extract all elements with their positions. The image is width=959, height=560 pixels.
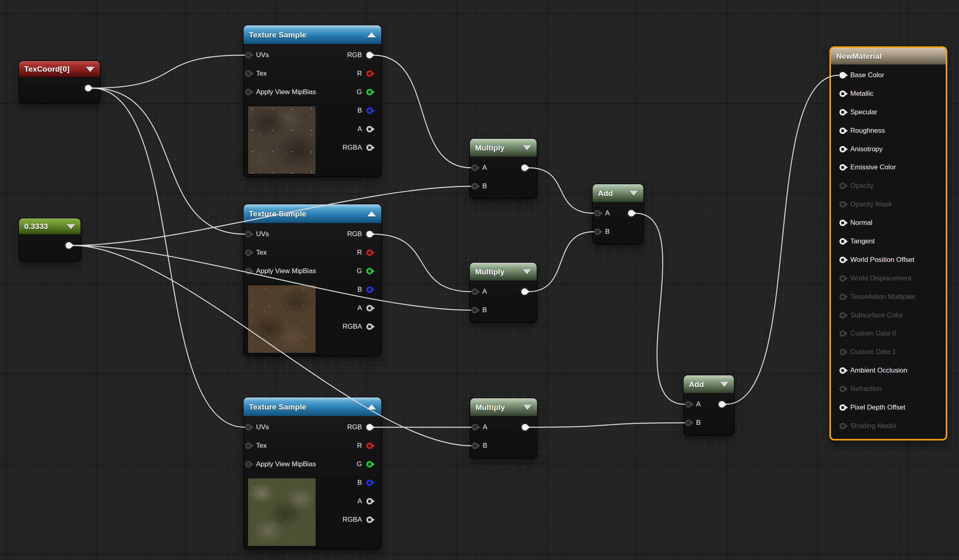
input-uvs-pin[interactable] xyxy=(245,424,252,430)
wire-mul2.out-to-add1.b[interactable] xyxy=(528,232,594,292)
material-pixel-depth-offset-pin[interactable] xyxy=(839,404,846,411)
collapse-icon[interactable] xyxy=(367,404,376,410)
output-pin[interactable] xyxy=(628,210,635,216)
input-uvs-pin[interactable] xyxy=(245,52,252,58)
node-header[interactable]: 0.3333 xyxy=(19,218,81,235)
wire-ts1.rgb-to-mul1.a[interactable] xyxy=(373,55,471,168)
input-uvs-pin[interactable] xyxy=(245,231,252,237)
input-b-pin[interactable] xyxy=(471,183,478,189)
node-header[interactable]: TexCoord[0] xyxy=(19,61,100,77)
wire-mul3.out-to-add2.b[interactable] xyxy=(529,423,685,427)
material-world-displacement-pin[interactable] xyxy=(839,275,846,282)
output-b-pin[interactable] xyxy=(366,107,373,114)
expand-icon[interactable] xyxy=(523,405,532,410)
material-specular-pin[interactable] xyxy=(839,109,846,115)
node-header[interactable]: Texture Sample xyxy=(244,397,381,416)
output-rgba-pin[interactable] xyxy=(366,144,373,151)
node-add2[interactable]: AddAB xyxy=(684,375,734,435)
output-r-pin[interactable] xyxy=(366,70,373,77)
output-g-pin[interactable] xyxy=(366,89,373,95)
node-header[interactable]: Multiply xyxy=(470,263,537,281)
input-mip-pin[interactable] xyxy=(245,89,252,95)
output-pin[interactable] xyxy=(521,165,528,171)
node-header[interactable]: Texture Sample xyxy=(244,25,381,44)
collapse-icon[interactable] xyxy=(367,32,376,37)
output-r-pin[interactable] xyxy=(366,443,373,449)
output-rgba-pin[interactable] xyxy=(366,323,373,330)
input-a-pin[interactable] xyxy=(685,401,692,408)
expand-icon[interactable] xyxy=(66,224,75,229)
material-base-color-pin[interactable] xyxy=(839,72,846,78)
input-a-pin[interactable] xyxy=(471,165,478,171)
input-a-pin[interactable] xyxy=(472,424,478,430)
expand-icon[interactable] xyxy=(523,145,531,150)
input-tex-pin[interactable] xyxy=(245,443,252,449)
material-tessellation-multiplier-pin[interactable] xyxy=(839,294,846,300)
input-tex-pin[interactable] xyxy=(245,70,252,77)
node-add1[interactable]: AddAB xyxy=(593,184,643,244)
node-header[interactable]: Add xyxy=(684,375,734,393)
output-b-pin[interactable] xyxy=(366,286,373,293)
output-pin[interactable] xyxy=(522,424,528,430)
input-b-pin[interactable] xyxy=(471,307,478,313)
output-a-pin[interactable] xyxy=(366,126,373,132)
wire-ts2.rgb-to-mul2.a[interactable] xyxy=(373,234,471,292)
material-tangent-pin[interactable] xyxy=(839,238,846,245)
output-r-pin[interactable] xyxy=(366,249,373,256)
material-shading-model-pin[interactable] xyxy=(839,423,846,429)
input-b-pin[interactable] xyxy=(685,420,692,426)
material-custom-data-0-pin[interactable] xyxy=(839,330,846,337)
wire-mul1.out-to-add1.a[interactable] xyxy=(528,168,594,213)
output-a-pin[interactable] xyxy=(366,305,373,311)
node-ts2[interactable]: Texture SampleUVsTexApply View MipBiasRG… xyxy=(244,204,381,356)
material-metallic-pin[interactable] xyxy=(839,91,846,97)
output-pin[interactable] xyxy=(719,401,725,408)
material-custom-data-1-pin[interactable] xyxy=(839,349,846,355)
material-roughness-pin[interactable] xyxy=(839,128,846,134)
wire-add2.out-to-material.base-color[interactable] xyxy=(725,75,839,404)
output-rgba-pin[interactable] xyxy=(366,517,373,523)
node-ts1[interactable]: Texture SampleUVsTexApply View MipBiasRG… xyxy=(244,25,381,177)
node-material[interactable]: NewMaterialBase ColorMetallicSpecularRou… xyxy=(829,46,947,441)
material-opacity-mask-pin[interactable] xyxy=(839,201,846,208)
node-header[interactable]: Add xyxy=(593,184,643,202)
input-a-pin[interactable] xyxy=(594,210,601,216)
node-mul1[interactable]: MultiplyAB xyxy=(470,139,537,198)
output-rgb-pin[interactable] xyxy=(366,52,373,58)
wire-texcoord.out-to-ts3.uvs[interactable] xyxy=(92,88,245,427)
output-pin[interactable] xyxy=(521,288,528,295)
node-mul3[interactable]: MultiplyAB xyxy=(470,398,537,458)
output-rgb-pin[interactable] xyxy=(366,424,373,430)
material-refraction-pin[interactable] xyxy=(839,386,846,392)
node-header[interactable]: Texture Sample xyxy=(244,204,381,223)
node-texcoord[interactable]: TexCoord[0] xyxy=(19,61,100,103)
wire-texcoord.out-to-ts2.uvs[interactable] xyxy=(92,88,245,234)
node-ts3[interactable]: Texture SampleUVsTexApply View MipBiasRG… xyxy=(244,397,381,549)
material-ambient-occlusion-pin[interactable] xyxy=(839,367,846,374)
input-mip-pin[interactable] xyxy=(245,461,252,467)
expand-icon[interactable] xyxy=(523,269,531,274)
node-const[interactable]: 0.3333 xyxy=(19,218,81,261)
material-anisotropy-pin[interactable] xyxy=(839,146,846,152)
output-g-pin[interactable] xyxy=(366,268,373,274)
output-a-pin[interactable] xyxy=(366,498,373,504)
expand-icon[interactable] xyxy=(629,191,638,196)
output-b-pin[interactable] xyxy=(366,480,373,486)
material-subsurface-color-pin[interactable] xyxy=(839,312,846,319)
material-emissive-color-pin[interactable] xyxy=(839,164,846,171)
output-g-pin[interactable] xyxy=(366,461,373,467)
input-mip-pin[interactable] xyxy=(245,268,252,274)
graph-canvas[interactable]: TexCoord[0]0.3333Texture SampleUVsTexApp… xyxy=(0,0,959,560)
wire-texcoord.out-to-ts1.uvs[interactable] xyxy=(92,55,245,88)
node-header[interactable]: Multiply xyxy=(470,398,537,416)
expand-icon[interactable] xyxy=(720,382,729,387)
material-world-position-offset-pin[interactable] xyxy=(839,257,846,263)
collapse-icon[interactable] xyxy=(367,211,376,216)
material-opacity-pin[interactable] xyxy=(839,183,846,189)
node-header[interactable]: Multiply xyxy=(470,139,537,157)
material-normal-pin[interactable] xyxy=(839,220,846,226)
node-header[interactable]: NewMaterial xyxy=(831,48,946,65)
input-tex-pin[interactable] xyxy=(245,249,252,256)
expand-icon[interactable] xyxy=(86,67,95,72)
output-pin[interactable] xyxy=(66,242,72,249)
